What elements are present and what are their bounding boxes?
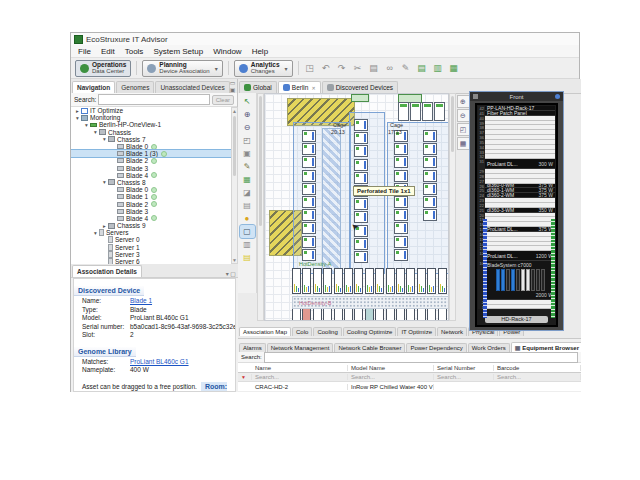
expander-icon[interactable]: ▾: [74, 115, 81, 121]
scroll-down-icon[interactable]: ▼: [232, 257, 237, 263]
panel-minmax-icons[interactable]: ▭ ▣: [230, 79, 238, 93]
menu-item-tools[interactable]: Tools: [120, 47, 149, 56]
tab-genomes[interactable]: Genomes: [116, 81, 154, 93]
perspective-button-operations[interactable]: OperationsData Center: [75, 60, 131, 77]
tree-item[interactable]: ▾Monitoring: [71, 114, 231, 121]
table-filter-row[interactable]: ▼Search...Search...Search...Search...: [238, 373, 581, 382]
perspective-button-analytics[interactable]: AnalyticsChanges▾: [234, 60, 293, 77]
rack-tile[interactable]: [354, 145, 368, 157]
rack-tile[interactable]: [406, 307, 415, 321]
layer-tab-cooling[interactable]: Cooling: [313, 327, 341, 336]
rack-tile[interactable]: [423, 196, 437, 208]
expander-icon[interactable]: ▾: [92, 230, 99, 236]
rack-slot-empty[interactable]: 1: [478, 305, 555, 310]
save-icon[interactable]: ◳: [304, 63, 316, 73]
rack-tile[interactable]: [313, 268, 322, 294]
rack-tile[interactable]: [292, 307, 301, 321]
tree-item[interactable]: Server 1: [71, 244, 231, 251]
lock-icon[interactable]: ●: [240, 212, 255, 225]
canvas-left-scrollbar[interactable]: [257, 93, 264, 321]
canvas-right-scrollbar[interactable]: [449, 93, 456, 321]
zoom-out-icon[interactable]: ⊖: [240, 121, 255, 134]
3d-view-icon[interactable]: ▣: [240, 147, 255, 160]
rack-tile[interactable]: [354, 238, 368, 250]
rack-tile[interactable]: [422, 102, 433, 121]
blade-bay[interactable]: [506, 269, 510, 291]
rack-menu-icon[interactable]: [473, 94, 478, 99]
palette-grid-icon[interactable]: ▦: [457, 137, 470, 150]
rack-tile[interactable]: [354, 159, 368, 171]
tab-alarms[interactable]: Alarms: [239, 343, 266, 352]
link-icon[interactable]: ∞: [384, 63, 396, 73]
rack-tile[interactable]: [302, 249, 316, 261]
rack-tile[interactable]: [375, 307, 384, 321]
rack-tile[interactable]: [302, 307, 311, 321]
editor-tab-berlin[interactable]: Berlin✕: [278, 81, 321, 93]
blade-bay[interactable]: [526, 269, 530, 291]
rack-tile[interactable]: [323, 268, 332, 294]
layer-tab-cooling-optimize[interactable]: Cooling Optimize: [343, 327, 397, 336]
rack-tile[interactable]: [427, 307, 436, 321]
rack-tile[interactable]: [302, 196, 316, 208]
layer-tab-it-optimize[interactable]: IT Optimize: [397, 327, 436, 336]
rack-tile[interactable]: [394, 209, 408, 221]
rack-tile[interactable]: [313, 307, 322, 321]
rack-tile[interactable]: [302, 183, 316, 195]
blade-bay[interactable]: [531, 269, 535, 291]
rack-tile[interactable]: [354, 172, 368, 184]
pdu-strip-left[interactable]: [483, 219, 487, 318]
scroll-thumb[interactable]: [451, 96, 454, 152]
rack-tile[interactable]: [344, 307, 353, 321]
rack-tile[interactable]: [375, 268, 384, 294]
rack-tile[interactable]: [396, 268, 405, 294]
scroll-thumb[interactable]: [233, 116, 236, 176]
rack-tile[interactable]: [394, 196, 408, 208]
blade-bay[interactable]: [521, 269, 525, 291]
tree-item[interactable]: Blade 1 (3): [71, 150, 231, 157]
close-icon[interactable]: ✕: [311, 85, 315, 91]
tree-item[interactable]: ▾Servers: [71, 229, 231, 236]
redo-icon[interactable]: ↷: [336, 63, 348, 73]
palette-zoom-in-icon[interactable]: ⊕: [457, 95, 470, 108]
rack-tile[interactable]: [423, 170, 437, 182]
filter-icon[interactable]: ▼: [241, 374, 246, 380]
rack-tile[interactable]: [344, 268, 353, 294]
rack-tile[interactable]: [354, 307, 363, 321]
editor-tab-global[interactable]: Global: [239, 81, 277, 93]
rack-tile[interactable]: [394, 143, 408, 155]
tab-association-details[interactable]: Association Details: [72, 265, 142, 277]
tree-item[interactable]: Server 3: [71, 251, 231, 258]
rack-tile[interactable]: [334, 268, 343, 294]
rack-tile[interactable]: [354, 198, 368, 210]
blade-bay[interactable]: [541, 269, 545, 291]
export-view-icon[interactable]: ▤: [240, 199, 255, 212]
tree-item[interactable]: Blade 0: [71, 143, 231, 150]
tree-search-input[interactable]: [98, 94, 209, 105]
tab-navigation[interactable]: Navigation: [72, 81, 115, 93]
rack-tile[interactable]: [302, 236, 316, 248]
rack-tile[interactable]: [434, 102, 445, 121]
zoom-in-icon[interactable]: ⊕: [240, 108, 255, 121]
tree-scrollbar[interactable]: ▲ ▼: [231, 107, 238, 264]
rack-tile[interactable]: [394, 170, 408, 182]
menu-item-window[interactable]: Window: [208, 47, 246, 56]
rack-tile[interactable]: [423, 183, 437, 195]
layer-tab-association-map[interactable]: Association Map: [239, 327, 291, 336]
rack-tile[interactable]: [354, 119, 368, 131]
panel-menu-icons[interactable]: ▾ ▢: [226, 270, 238, 277]
scroll-up-icon[interactable]: ▲: [232, 108, 237, 114]
rack-device[interactable]: 10BladeSystem c70002000 W: [478, 261, 555, 300]
menu-item-system-setup[interactable]: System Setup: [148, 47, 208, 56]
tree-item[interactable]: ▸IT Optimize: [71, 107, 231, 114]
tree-item[interactable]: Blade 3: [71, 165, 231, 172]
expander-icon[interactable]: ▾: [92, 129, 99, 135]
rack-tile[interactable]: [302, 143, 316, 155]
tab-equipment-browser[interactable]: ▦Equipment Browser: [511, 342, 581, 352]
undo-icon[interactable]: ↶: [320, 63, 332, 73]
tree-item[interactable]: Blade 2: [71, 157, 231, 164]
palette-fit-icon[interactable]: ◰: [457, 123, 470, 136]
rack-tile[interactable]: [302, 156, 316, 168]
rack-tile[interactable]: [386, 307, 395, 321]
rack-tile[interactable]: [423, 130, 437, 142]
blade-bay[interactable]: [511, 269, 515, 291]
